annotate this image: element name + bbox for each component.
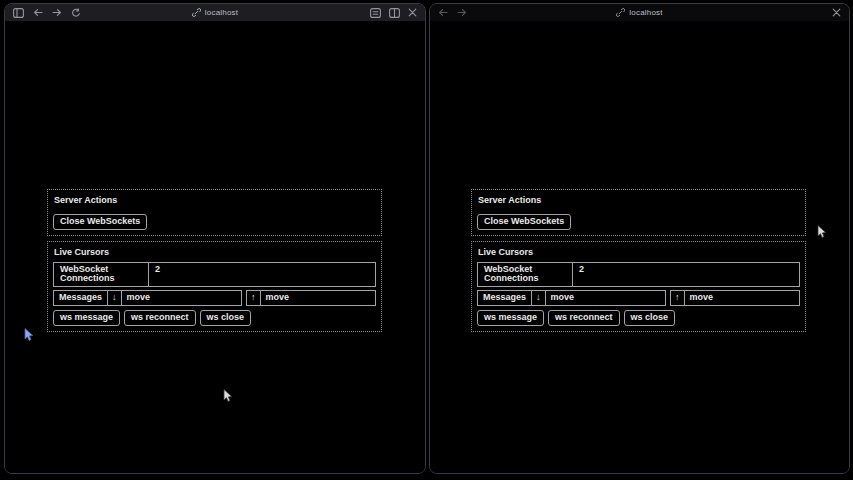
outgoing-message-value: move: [122, 291, 241, 305]
server-actions-section: Server Actions Close WebSockets: [471, 189, 806, 236]
down-arrow-icon: ↓: [532, 291, 546, 305]
connections-label: WebSocket Connections: [478, 263, 573, 286]
browser-window-right: localhost Server Actions Close WebSocket…: [429, 3, 850, 474]
messages-label: Messages: [478, 291, 532, 305]
ws-buttons-row: ws message ws reconnect ws close: [477, 310, 800, 326]
close-icon[interactable]: [832, 8, 841, 17]
address-title: localhost: [616, 8, 662, 17]
ws-message-button[interactable]: ws message: [53, 310, 120, 326]
section-heading: Server Actions: [478, 195, 800, 205]
forward-icon[interactable]: [457, 8, 467, 17]
ws-reconnect-button[interactable]: ws reconnect: [548, 310, 620, 326]
close-icon[interactable]: [408, 8, 417, 17]
close-websockets-button[interactable]: Close WebSockets: [477, 214, 571, 230]
live-cursors-section: Live Cursors WebSocket Connections 2 Mes…: [47, 241, 382, 332]
section-heading: Live Cursors: [478, 247, 800, 257]
websocket-connections-row: WebSocket Connections 2: [477, 262, 800, 287]
ws-message-button[interactable]: ws message: [477, 310, 544, 326]
incoming-message-group: ↑ move: [670, 290, 800, 306]
section-heading: Live Cursors: [54, 247, 376, 257]
section-heading: Server Actions: [54, 195, 376, 205]
websocket-connections-row: WebSocket Connections 2: [53, 262, 376, 287]
messages-label: Messages: [54, 291, 108, 305]
address-title: localhost: [192, 8, 238, 17]
connections-label: WebSocket Connections: [54, 263, 149, 286]
live-cursors-section: Live Cursors WebSocket Connections 2 Mes…: [471, 241, 806, 332]
window-title: localhost: [629, 8, 662, 17]
up-arrow-icon: ↑: [671, 291, 685, 305]
page-sections: Server Actions Close WebSockets Live Cur…: [471, 189, 806, 332]
link-icon: [616, 8, 625, 17]
ws-close-button[interactable]: ws close: [624, 310, 676, 326]
ws-close-button[interactable]: ws close: [200, 310, 252, 326]
reload-icon[interactable]: [71, 8, 81, 18]
incoming-message-value: move: [261, 291, 376, 305]
titlebar-left-controls: [438, 8, 467, 17]
connections-value: 2: [573, 263, 799, 286]
titlebar[interactable]: localhost: [430, 4, 849, 22]
page-content: Server Actions Close WebSockets Live Cur…: [5, 21, 425, 473]
connections-value: 2: [149, 263, 375, 286]
titlebar[interactable]: localhost: [5, 4, 425, 22]
incoming-message-value: move: [685, 291, 800, 305]
tabs-icon[interactable]: [389, 8, 400, 18]
window-title: localhost: [205, 8, 238, 17]
outgoing-message-group: Messages ↓ move: [53, 290, 242, 306]
server-actions-section: Server Actions Close WebSockets: [47, 189, 382, 236]
titlebar-right-controls: [832, 8, 841, 17]
titlebar-left-controls: [13, 8, 81, 18]
up-arrow-icon: ↑: [247, 291, 261, 305]
ws-reconnect-button[interactable]: ws reconnect: [124, 310, 196, 326]
messages-row: Messages ↓ move ↑ move: [53, 290, 376, 306]
incoming-message-group: ↑ move: [246, 290, 376, 306]
menu-icon[interactable]: [370, 8, 381, 18]
outgoing-message-value: move: [546, 291, 665, 305]
close-websockets-button[interactable]: Close WebSockets: [53, 214, 147, 230]
outgoing-message-group: Messages ↓ move: [477, 290, 666, 306]
page-content: Server Actions Close WebSockets Live Cur…: [430, 21, 849, 473]
sidebar-toggle-icon[interactable]: [13, 8, 24, 18]
titlebar-right-controls: [370, 8, 417, 18]
ws-buttons-row: ws message ws reconnect ws close: [53, 310, 376, 326]
messages-row: Messages ↓ move ↑ move: [477, 290, 800, 306]
link-icon: [192, 8, 201, 17]
forward-icon[interactable]: [52, 8, 62, 17]
back-icon[interactable]: [438, 8, 448, 17]
page-sections: Server Actions Close WebSockets Live Cur…: [47, 189, 382, 332]
browser-window-left: localhost Server Actions Close WebSocket…: [4, 3, 426, 474]
back-icon[interactable]: [33, 8, 43, 17]
down-arrow-icon: ↓: [108, 291, 122, 305]
